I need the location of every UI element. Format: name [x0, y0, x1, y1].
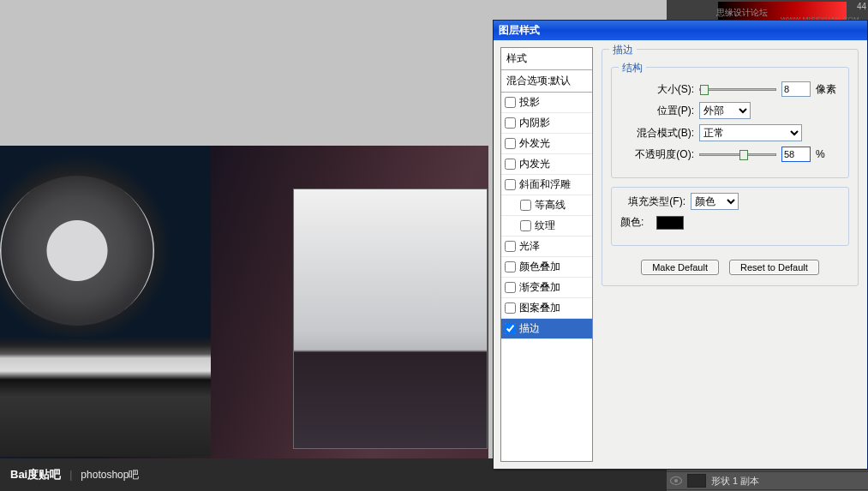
- opacity-slider[interactable]: [699, 153, 776, 156]
- watermark-label: 思缘设计论坛: [716, 7, 768, 19]
- style-checkbox[interactable]: [505, 138, 516, 149]
- style-item-label: 内阴影: [519, 116, 550, 130]
- layer-row[interactable]: 形状 1 副本: [667, 472, 868, 490]
- style-checkbox[interactable]: [520, 220, 531, 231]
- style-checkbox[interactable]: [505, 179, 516, 190]
- canvas-shape-rect[interactable]: [293, 189, 488, 449]
- size-input[interactable]: [781, 81, 811, 97]
- style-item-label: 纹理: [535, 219, 555, 233]
- size-slider[interactable]: [699, 88, 776, 91]
- layer-name[interactable]: 形状 1 副本: [711, 475, 759, 488]
- style-checkbox[interactable]: [520, 200, 531, 211]
- style-item-label: 颜色叠加: [519, 260, 560, 274]
- make-default-button[interactable]: Make Default: [641, 260, 719, 275]
- filltype-label: 填充类型(F):: [620, 195, 685, 209]
- style-item-光泽[interactable]: 光泽: [501, 237, 592, 257]
- style-item-label: 光泽: [519, 239, 540, 254]
- style-checkbox[interactable]: [505, 261, 516, 272]
- reset-default-button[interactable]: Reset to Default: [729, 260, 819, 275]
- size-unit: 像素: [816, 82, 840, 97]
- style-item-label: 描边: [519, 321, 540, 336]
- style-item-label: 外发光: [519, 136, 550, 151]
- style-checkbox[interactable]: [505, 159, 516, 170]
- style-item-label: 渐变叠加: [519, 280, 560, 295]
- stroke-fieldset: 描边 结构 大小(S): 像素 位置(P): 外部: [602, 49, 859, 286]
- structure-fieldset: 结构 大小(S): 像素 位置(P): 外部 混合模式(: [611, 67, 849, 178]
- style-item-斜面和浮雕[interactable]: 斜面和浮雕: [501, 175, 592, 195]
- style-item-投影[interactable]: 投影: [501, 93, 592, 113]
- style-list: 样式 混合选项:默认 投影内阴影外发光内发光斜面和浮雕等高线纹理光泽颜色叠加渐变…: [500, 47, 593, 462]
- style-checkbox[interactable]: [505, 323, 516, 334]
- filltype-select[interactable]: 颜色: [691, 193, 739, 210]
- dialog-title: 图层样式: [499, 23, 540, 38]
- style-checkbox[interactable]: [505, 282, 516, 293]
- layer-style-dialog: 图层样式 样式 混合选项:默认 投影内阴影外发光内发光斜面和浮雕等高线纹理光泽颜…: [493, 20, 868, 470]
- size-label: 大小(S):: [620, 82, 694, 97]
- style-item-内阴影[interactable]: 内阴影: [501, 113, 592, 134]
- opacity-unit: %: [816, 148, 840, 160]
- eye-icon[interactable]: [670, 476, 682, 485]
- style-item-label: 内发光: [519, 157, 550, 171]
- opacity-row: 不透明度(O): %: [620, 147, 840, 162]
- opacity-label: 不透明度(O):: [620, 147, 694, 162]
- style-item-label: 斜面和浮雕: [519, 177, 571, 192]
- style-item-图案叠加[interactable]: 图案叠加: [501, 298, 592, 319]
- color-label: 颜色:: [620, 215, 651, 230]
- position-label: 位置(P):: [620, 104, 694, 118]
- opacity-input[interactable]: [781, 147, 811, 162]
- style-item-内发光[interactable]: 内发光: [501, 154, 592, 175]
- separator: |: [69, 469, 72, 481]
- baidu-logo-text: Bai度贴吧: [10, 467, 61, 482]
- reel-illustration: [0, 146, 211, 457]
- style-checkbox[interactable]: [505, 241, 516, 252]
- stroke-settings-pane: 描边 结构 大小(S): 像素 位置(P): 外部: [593, 40, 867, 469]
- filltype-row: 填充类型(F): 颜色: [620, 193, 840, 210]
- stroke-legend: 描边: [609, 43, 637, 57]
- size-row: 大小(S): 像素: [620, 81, 840, 97]
- style-item-颜色叠加[interactable]: 颜色叠加: [501, 257, 592, 278]
- fill-fieldset: 填充类型(F): 颜色 颜色:: [611, 187, 849, 246]
- style-item-纹理[interactable]: 纹理: [501, 216, 592, 237]
- position-row: 位置(P): 外部: [620, 102, 840, 119]
- color-value: 44: [857, 2, 866, 11]
- default-buttons: Make Default Reset to Default: [611, 260, 849, 275]
- blendmode-row: 混合模式(B): 正常: [620, 124, 840, 141]
- style-item-label: 图案叠加: [519, 301, 560, 315]
- style-item-label: 投影: [519, 95, 540, 110]
- dialog-body: 样式 混合选项:默认 投影内阴影外发光内发光斜面和浮雕等高线纹理光泽颜色叠加渐变…: [494, 40, 867, 469]
- style-item-等高线[interactable]: 等高线: [501, 195, 592, 216]
- structure-legend: 结构: [619, 61, 646, 75]
- style-item-label: 等高线: [535, 198, 566, 213]
- style-item-描边[interactable]: 描边: [501, 319, 592, 339]
- style-list-head-styles[interactable]: 样式: [501, 48, 592, 70]
- color-swatch[interactable]: [656, 216, 684, 230]
- position-select[interactable]: 外部: [699, 102, 751, 119]
- style-list-head-blend[interactable]: 混合选项:默认: [501, 70, 592, 93]
- dialog-titlebar[interactable]: 图层样式: [494, 21, 867, 40]
- color-row: 颜色:: [620, 215, 840, 230]
- style-checkbox[interactable]: [505, 302, 516, 314]
- board-name: photoshop吧: [81, 468, 139, 482]
- blendmode-label: 混合模式(B):: [620, 126, 694, 141]
- layer-thumb[interactable]: [687, 474, 706, 488]
- style-checkbox[interactable]: [505, 117, 516, 129]
- blendmode-select[interactable]: 正常: [699, 124, 802, 141]
- style-item-外发光[interactable]: 外发光: [501, 134, 592, 154]
- style-item-渐变叠加[interactable]: 渐变叠加: [501, 278, 592, 298]
- style-checkbox[interactable]: [505, 97, 516, 108]
